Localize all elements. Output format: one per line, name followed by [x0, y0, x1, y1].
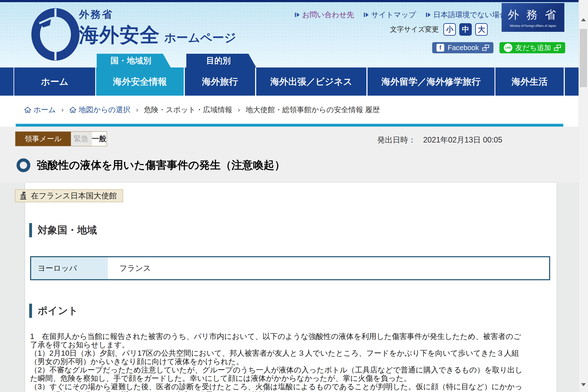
font-size-small-button[interactable]: 小	[443, 23, 456, 36]
breadcrumb-map-selection[interactable]: 地図からの選択	[69, 105, 130, 115]
nav-item-study-abroad[interactable]: 海外留学／海外修学旅行	[368, 68, 494, 96]
tag-consular-mail[interactable]: 領事メール	[16, 132, 71, 146]
section-divider-rule	[16, 124, 563, 126]
paragraph: 1 在留邦人から当館に報告された被害のうち、パリ市内において、以下のような強酸性…	[30, 332, 523, 349]
external-link-icon	[482, 45, 489, 51]
tab-by-country-region[interactable]: 国・地域別	[97, 54, 171, 68]
home-icon	[69, 106, 76, 113]
mofa-ministry-logo[interactable]: 外務省 Ministry of Foreign Affairs of Japan	[502, 3, 564, 32]
non-japanese-env-link[interactable]: 日本語環境でない場合	[426, 10, 507, 20]
home-icon	[24, 106, 32, 113]
facebook-icon: f	[436, 44, 444, 52]
nav-edge-right	[565, 68, 578, 96]
region-table: ヨーロッパ フランス	[30, 256, 550, 280]
line-add-friend-button[interactable]: LINE 友だち追加	[500, 42, 565, 53]
embassy-building-icon	[18, 191, 28, 200]
link-arrow-icon	[364, 12, 370, 18]
ring-bullet-icon	[16, 158, 30, 172]
font-size-medium-button[interactable]: 中	[459, 23, 472, 36]
header-utility-links: お問い合わせ先 サイトマップ 日本語環境でない場合	[295, 10, 507, 20]
link-arrow-icon	[426, 12, 432, 18]
top-border-strip	[0, 0, 578, 2]
breadcrumb: ホーム › 地図からの選択 › 危険・スポット・広域情報 › 地大使館・総領事館…	[0, 96, 578, 124]
section-heading-target-region: 対象国・地域	[29, 223, 97, 237]
paragraph: （3）すぐにその場から避難した後、医者の診断を受けたところ、火傷は塩酸によるもの…	[30, 382, 523, 392]
region-cell: ヨーロッパ	[31, 257, 108, 279]
font-size-control: 文字サイズ変更 小 中 大	[390, 23, 488, 36]
sitemap-link[interactable]: サイトマップ	[364, 10, 416, 20]
article-title: 強酸性の液体を用いた傷害事件の発生（注意喚起）	[37, 158, 285, 172]
scroll-down-arrow-icon[interactable]	[579, 378, 588, 391]
nav-item-business-trip[interactable]: 海外出張／ビジネス	[256, 68, 366, 96]
breadcrumb-separator: ›	[136, 106, 138, 114]
site-title-suffix: ホームページ	[164, 30, 236, 46]
issued-value: 2021年02月13日 00:05	[423, 135, 502, 145]
article-header-band: 領事メール 緊急 一般 発出日時： 2021年02月13日 00:05 強酸性の…	[0, 126, 578, 183]
mofa-safety-emblem-icon	[30, 7, 81, 61]
nav-edge-left	[0, 68, 14, 96]
paragraph: （1）2月10日（水）夕刻、パリ17区の公共空間において、邦人被害者が友人と３人…	[30, 349, 523, 366]
nav-item-overseas-safety-info[interactable]: 海外安全情報	[96, 68, 184, 96]
heading-accent-bar	[29, 304, 32, 318]
main-navigation: ホーム 海外安全情報 海外旅行 海外出張／ビジネス 海外留学／海外修学旅行 海外…	[0, 68, 578, 96]
contact-link[interactable]: お問い合わせ先	[295, 10, 354, 20]
line-icon: LINE	[504, 44, 512, 52]
scrollbar-thumb[interactable]	[580, 29, 587, 87]
issued-datetime: 発出日時： 2021年02月13日 00:05	[377, 135, 502, 145]
vertical-scrollbar[interactable]	[578, 0, 588, 392]
scroll-up-arrow-icon[interactable]	[579, 13, 588, 26]
tag-general[interactable]: 一般	[91, 132, 106, 146]
article-panel: 対象国・地域 ヨーロッパ フランス ポイント 1 在留邦人から当館に報告された被…	[25, 183, 556, 392]
breadcrumb-separator: ›	[238, 106, 240, 114]
tab-by-purpose[interactable]: 目的別	[186, 54, 256, 68]
external-link-icon	[554, 45, 561, 51]
paragraph: （2）不審なグループだったため注意していたが、グループのうち一人が液体の入ったボ…	[30, 366, 523, 382]
site-title-agency: 外務省	[79, 8, 236, 21]
font-size-label: 文字サイズ変更	[390, 25, 439, 34]
nav-item-overseas-living[interactable]: 海外生活	[495, 68, 564, 96]
nav-item-home[interactable]: ホーム	[14, 68, 95, 96]
link-arrow-icon	[295, 12, 300, 18]
article-title-row: 強酸性の液体を用いた傷害事件の発生（注意喚起）	[16, 158, 285, 172]
country-cell: フランス	[108, 257, 549, 279]
site-title-main: 海外安全	[79, 22, 160, 48]
tag-urgent[interactable]: 緊急	[71, 132, 91, 146]
issued-label: 発出日時：	[377, 135, 416, 145]
nav-item-overseas-travel[interactable]: 海外旅行	[185, 68, 255, 96]
facebook-button[interactable]: f Facebook	[432, 42, 494, 53]
section-heading-points: ポイント	[29, 304, 78, 318]
article-body: 1 在留邦人から当館に報告された被害のうち、パリ市内において、以下のような強酸性…	[30, 332, 523, 392]
social-buttons: f Facebook LINE 友だち追加	[432, 42, 565, 53]
font-size-large-button[interactable]: 大	[475, 23, 488, 36]
mail-type-tags: 領事メール 緊急 一般	[15, 131, 107, 146]
heading-accent-bar	[29, 223, 32, 237]
breadcrumb-home[interactable]: ホーム	[24, 105, 56, 115]
breadcrumb-danger-spot-info: 危険・スポット・広域情報	[144, 105, 232, 115]
site-title: 外務省 海外安全 ホームページ	[79, 8, 236, 48]
breadcrumb-separator: ›	[62, 106, 64, 114]
page: 外務省 海外安全 ホームページ お問い合わせ先 サイトマップ 日本語環境でない場…	[0, 0, 588, 392]
source-embassy-badge: 在フランス日本国大使館	[15, 189, 123, 202]
site-header: 外務省 海外安全 ホームページ お問い合わせ先 サイトマップ 日本語環境でない場…	[0, 2, 578, 68]
breadcrumb-embassy-safety-history: 地大使館・総領事館からの安全情報 履歴	[246, 105, 380, 115]
